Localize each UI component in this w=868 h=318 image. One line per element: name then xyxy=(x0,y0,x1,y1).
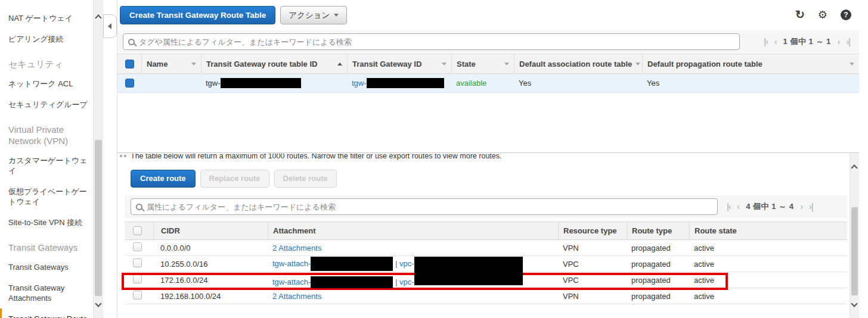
replace-route-button[interactable]: Replace route xyxy=(200,170,269,188)
column-label: State xyxy=(457,60,476,68)
sidebar-item-transit-gateway-route-tables[interactable]: Transit Gateway Route Tables xyxy=(0,308,93,318)
previous-page-icon[interactable] xyxy=(737,202,740,211)
transit-gateway-id-link[interactable]: tgw- xyxy=(352,79,367,88)
create-route-button[interactable]: Create route xyxy=(131,170,196,188)
first-page-icon[interactable] xyxy=(764,37,768,46)
attachments-link[interactable]: 2 Attachments xyxy=(272,244,321,252)
column-header-default-association[interactable]: Default association route table xyxy=(514,54,642,73)
cell-default-association: Yes xyxy=(514,79,642,88)
column-label: Name xyxy=(147,60,168,68)
next-page-icon[interactable] xyxy=(838,37,840,46)
pagination-label: 4 個中 1 ～ 4 xyxy=(746,201,793,212)
row-select-cell xyxy=(125,258,153,269)
sidebar-scrollbar-thumb[interactable] xyxy=(95,140,102,296)
scroll-down-icon[interactable] xyxy=(851,300,857,307)
create-transit-gateway-route-table-button[interactable]: Create Transit Gateway Route Table xyxy=(120,6,275,24)
next-page-icon[interactable] xyxy=(800,202,802,211)
row-checkbox[interactable] xyxy=(133,291,142,300)
actions-dropdown-button[interactable]: アクション xyxy=(280,6,347,24)
row-checkbox[interactable] xyxy=(125,79,134,88)
previous-page-icon[interactable] xyxy=(774,37,777,46)
vpc-link[interactable]: vpc- xyxy=(399,259,414,268)
row-select-cell xyxy=(125,275,153,285)
attachments-link[interactable]: 2 Attachments xyxy=(272,292,321,301)
sidebar-item-nat-gateway[interactable]: NAT ゲートウェイ xyxy=(0,8,93,29)
scroll-down-icon[interactable] xyxy=(95,300,101,307)
sidebar-item-transit-gateway-attachments[interactable]: Transit Gateway Attachments xyxy=(0,278,93,308)
select-all-checkbox[interactable] xyxy=(125,60,134,68)
routes-scrollbar-thumb[interactable] xyxy=(851,207,858,295)
sidebar-scrollbar[interactable] xyxy=(93,0,103,318)
sidebar-item-peering-connections[interactable]: ピアリング接続 xyxy=(0,29,93,49)
routes-pagination: 4 個中 1 ～ 4 xyxy=(727,198,813,215)
delete-route-button[interactable]: Delete route xyxy=(274,170,337,188)
route-row[interactable]: 0.0.0.0/0 2 Attachments VPN propagated a… xyxy=(125,240,847,256)
sidebar-collapse-handle[interactable] xyxy=(103,14,117,38)
routes-notice-wrap: The table below will return a maximum of… xyxy=(131,154,727,162)
first-page-icon[interactable] xyxy=(727,202,731,211)
routes-table-header: CIDR Attachment Resource type Route type… xyxy=(125,222,847,240)
column-label: Resource type xyxy=(563,226,617,235)
column-header-route-type[interactable]: Route type xyxy=(627,222,689,239)
toolbar: Create Transit Gateway Route Table アクション xyxy=(120,6,347,24)
sidebar-item-site-to-site-vpn[interactable]: Site-to-Site VPN 接続 xyxy=(0,212,93,233)
sidebar-item-customer-gateways[interactable]: カスタマーゲートウェイ xyxy=(0,150,93,181)
sort-caret-icon xyxy=(191,63,196,66)
route-row-highlighted[interactable]: 172.16.0.0/24 tgw-attach- | vpc- VPC pro… xyxy=(125,272,847,288)
row-checkbox[interactable] xyxy=(133,275,142,283)
collapse-left-icon xyxy=(108,23,111,29)
vpc-link[interactable]: vpc- xyxy=(399,278,414,286)
divider-grip-dot xyxy=(124,155,126,157)
column-header-attachment[interactable]: Attachment xyxy=(268,222,558,239)
route-row[interactable]: 192.168.100.0/24 2 Attachments VPN propa… xyxy=(125,288,847,304)
redaction-bar xyxy=(311,257,393,271)
cell-transit-gateway-id: tgw- xyxy=(347,78,451,88)
column-header-transit-gateway-id[interactable]: Transit Gateway ID xyxy=(347,54,451,73)
column-header-name[interactable]: Name xyxy=(141,54,201,73)
sidebar-item-transit-gateways[interactable]: Transit Gateways xyxy=(0,257,93,278)
select-all-checkbox[interactable] xyxy=(133,226,142,235)
cell-cidr: 0.0.0.0/0 xyxy=(153,244,268,252)
sort-caret-icon xyxy=(504,63,509,66)
scroll-up-icon[interactable] xyxy=(851,164,857,171)
column-header-cidr[interactable]: CIDR xyxy=(153,222,268,239)
cell-route-type: propagated xyxy=(627,260,689,269)
redaction-bar xyxy=(367,78,444,88)
route-table-row[interactable]: tgw- tgw- available Yes Yes xyxy=(117,74,859,93)
column-header-route-table-id[interactable]: Transit Gateway route table ID xyxy=(201,54,347,73)
routes-scrollbar[interactable] xyxy=(850,154,859,318)
pagination-label: 1 個中 1 ～ 1 xyxy=(783,36,831,47)
split-pane-divider[interactable] xyxy=(117,152,859,153)
sidebar-item-virtual-private-gateways[interactable]: 仮想プライベートゲートウェイ xyxy=(0,181,93,212)
sidebar-item-security-groups[interactable]: セキュリティグループ xyxy=(0,94,93,115)
cell-resource-type: VPC xyxy=(558,276,627,285)
row-checkbox[interactable] xyxy=(133,258,142,267)
gear-icon[interactable]: ⚙ xyxy=(818,9,827,21)
last-page-icon[interactable] xyxy=(809,202,813,211)
column-header-state[interactable]: State xyxy=(451,54,514,73)
routes-filter-input[interactable] xyxy=(147,202,712,211)
refresh-icon[interactable]: ↻ xyxy=(795,9,805,21)
column-header-route-state[interactable]: Route state xyxy=(689,222,847,239)
last-page-icon[interactable] xyxy=(846,37,850,46)
main-panel: Create Transit Gateway Route Table アクション… xyxy=(117,0,858,318)
row-checkbox[interactable] xyxy=(133,242,142,251)
column-label: Transit Gateway route table ID xyxy=(206,60,317,68)
cell-route-state: active xyxy=(689,260,847,269)
tgw-attachment-link[interactable]: tgw-attach- xyxy=(272,278,311,286)
column-header-default-propagation[interactable]: Default propagation route table xyxy=(642,54,859,73)
help-icon[interactable] xyxy=(841,10,851,20)
sort-asc-icon xyxy=(337,63,342,66)
column-header-resource-type[interactable]: Resource type xyxy=(558,222,627,239)
column-label: Default association route table xyxy=(519,60,632,68)
route-table-filter-input[interactable] xyxy=(139,38,734,46)
column-label: Transit Gateway ID xyxy=(352,60,421,68)
sidebar-item-network-acl[interactable]: ネットワーク ACL xyxy=(0,73,93,94)
cell-state: available xyxy=(451,79,514,88)
cell-route-type: propagated xyxy=(627,244,689,252)
scroll-up-icon[interactable] xyxy=(95,14,101,21)
select-all-cell xyxy=(117,54,141,73)
tgw-attachment-link[interactable]: tgw-attach- xyxy=(272,259,311,268)
route-table-search-box xyxy=(123,33,740,50)
row-select-cell xyxy=(125,291,153,301)
